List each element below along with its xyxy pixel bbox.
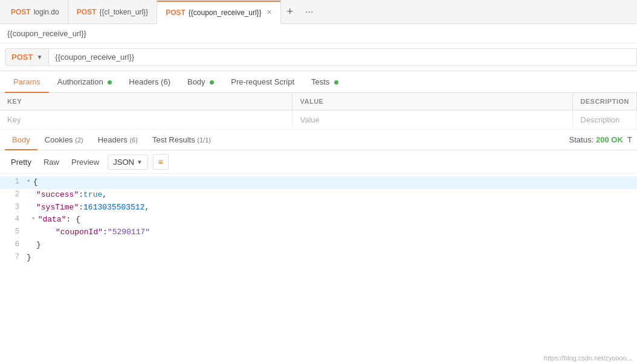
tab-coupon-name: {{coupon_receive_url}} xyxy=(189,8,262,17)
tab-tests[interactable]: Tests xyxy=(303,71,347,92)
format-tab-preview[interactable]: Preview xyxy=(65,155,105,169)
response-body-label: Body xyxy=(12,135,30,144)
url-input[interactable] xyxy=(49,48,637,66)
line-num-6: 6 xyxy=(5,239,19,251)
json-trail-3: , xyxy=(144,202,149,214)
col-description: DESCRIPTION xyxy=(573,93,637,110)
json-line-3: 3 "sysTime" : 1613035503512 , xyxy=(0,202,637,214)
tab-pre-request-label: Pre-request Script xyxy=(231,77,294,86)
tab-headers-label: Headers xyxy=(129,77,158,86)
param-key-cell[interactable]: Key xyxy=(0,110,293,130)
response-headers-label: Headers xyxy=(98,135,128,144)
line-num-5: 5 xyxy=(5,226,19,238)
format-select[interactable]: JSON ▼ xyxy=(108,155,148,170)
line-num-7: 7 xyxy=(5,252,19,263)
json-line-4: 4 ▾ "data" : { xyxy=(0,214,637,226)
col-key: KEY xyxy=(0,93,293,110)
tab-headers-badge: (6) xyxy=(161,77,170,86)
method-value: POST xyxy=(11,53,33,62)
format-tab-raw[interactable]: Raw xyxy=(37,155,65,169)
line-num-1: 1 xyxy=(5,176,19,188)
json-punct-open: { xyxy=(33,176,38,189)
json-key-couponid: "couponId" xyxy=(56,226,103,239)
json-viewer: 1 ▾ { 2 "success" : true , 3 "sysTime" :… xyxy=(0,174,637,267)
format-tab-pretty[interactable]: Pretty xyxy=(5,155,37,169)
response-tab-body[interactable]: Body xyxy=(5,130,37,150)
param-desc-cell[interactable]: Description xyxy=(573,110,637,130)
json-colon-2: : xyxy=(79,189,83,202)
add-tab-button[interactable]: + xyxy=(281,0,300,24)
json-line-6: 6 } xyxy=(0,239,637,252)
col-value: VALUE xyxy=(293,93,573,110)
more-tabs-button[interactable]: ··· xyxy=(299,0,319,24)
nav-tabs: Params Authorization Headers (6) Body Pr… xyxy=(0,71,637,93)
response-cookies-badge: (2) xyxy=(75,136,83,144)
format-caret-icon: ▼ xyxy=(137,159,143,165)
json-key-success: "success" xyxy=(36,189,79,202)
tab-login[interactable]: POST login.do xyxy=(2,0,68,24)
json-close-data: } xyxy=(36,239,41,252)
tab-tests-label: Tests xyxy=(311,77,329,86)
response-test-results-label: Test Results xyxy=(152,135,195,144)
tab-pre-request[interactable]: Pre-request Script xyxy=(222,71,303,92)
json-colon-3: : xyxy=(79,202,83,214)
tab-body-label: Body xyxy=(187,77,205,86)
tab-coupon-receive[interactable]: POST {{coupon_receive_url}} ✕ xyxy=(157,1,280,24)
json-close-root: } xyxy=(27,252,31,264)
tab-coupon-method: POST xyxy=(166,8,186,17)
format-preview-label: Preview xyxy=(71,158,99,167)
expand-icon-4[interactable]: ▾ xyxy=(27,214,36,225)
format-tabs: Pretty Raw Preview JSON ▼ ≡ xyxy=(0,150,637,174)
tab-cl-token[interactable]: POST {{cl_token_url}} xyxy=(68,0,157,24)
tab-cl-token-method: POST xyxy=(77,8,97,16)
line-num-3: 3 xyxy=(5,202,19,213)
tab-cl-token-name: {{cl_token_url}} xyxy=(99,8,148,16)
response-headers-badge: (6) xyxy=(129,136,137,144)
tab-bar: POST login.do POST {{cl_token_url}} POST… xyxy=(0,0,637,24)
status-value: 200 OK xyxy=(596,135,623,144)
json-key-systime: "sysTime" xyxy=(36,202,79,214)
tab-headers[interactable]: Headers (6) xyxy=(120,71,179,92)
response-tabs: Body Cookies (2) Headers (6) Test Result… xyxy=(0,130,637,150)
response-cookies-label: Cookies xyxy=(45,135,73,144)
tab-coupon-close[interactable]: ✕ xyxy=(267,8,272,16)
tab-params[interactable]: Params xyxy=(5,71,49,92)
json-line-5: 5 "couponId" : "5290117" xyxy=(0,226,637,239)
response-test-results-badge: (1/1) xyxy=(197,136,211,144)
params-table: KEY VALUE DESCRIPTION Key Value Descript… xyxy=(0,93,637,130)
json-line-7: 7 } xyxy=(0,252,637,264)
body-dot xyxy=(210,80,214,85)
status-area: Status: 200 OK T xyxy=(569,135,632,144)
format-raw-label: Raw xyxy=(44,158,59,167)
json-colon-4: : { xyxy=(66,214,80,226)
response-tab-headers[interactable]: Headers (6) xyxy=(91,130,145,150)
tab-params-label: Params xyxy=(13,77,40,86)
json-trail-2: , xyxy=(102,189,107,202)
tests-dot xyxy=(334,80,338,85)
json-val-success: true xyxy=(83,189,102,202)
json-line-1: 1 ▾ { xyxy=(0,176,637,189)
tab-login-method: POST xyxy=(11,8,31,16)
response-tab-test-results[interactable]: Test Results (1/1) xyxy=(145,130,218,150)
url-display: {{coupon_receive_url}} xyxy=(0,24,637,43)
json-line-2: 2 "success" : true , xyxy=(0,189,637,202)
tab-body[interactable]: Body xyxy=(179,71,222,92)
tab-authorization-label: Authorization xyxy=(57,77,103,86)
response-tab-cookies[interactable]: Cookies (2) xyxy=(37,130,91,150)
request-row: POST ▼ xyxy=(0,43,637,71)
wrap-button[interactable]: ≡ xyxy=(153,154,169,170)
json-val-couponid: "5290117" xyxy=(108,226,150,239)
expand-icon-1[interactable]: ▾ xyxy=(27,176,31,187)
tab-authorization[interactable]: Authorization xyxy=(49,71,121,92)
json-key-data: "data" xyxy=(38,214,66,226)
format-select-value: JSON xyxy=(113,158,134,167)
method-select[interactable]: POST ▼ xyxy=(5,48,49,66)
line-num-2: 2 xyxy=(5,189,19,200)
time-label: T xyxy=(627,135,632,144)
line-num-4: 4 xyxy=(5,214,19,225)
method-caret-icon: ▼ xyxy=(36,54,42,60)
format-pretty-label: Pretty xyxy=(11,158,31,167)
param-value-cell[interactable]: Value xyxy=(293,110,573,130)
watermark: https://blog.csdn.net/zyoooo... xyxy=(544,354,632,362)
tab-login-name: login.do xyxy=(34,8,59,16)
